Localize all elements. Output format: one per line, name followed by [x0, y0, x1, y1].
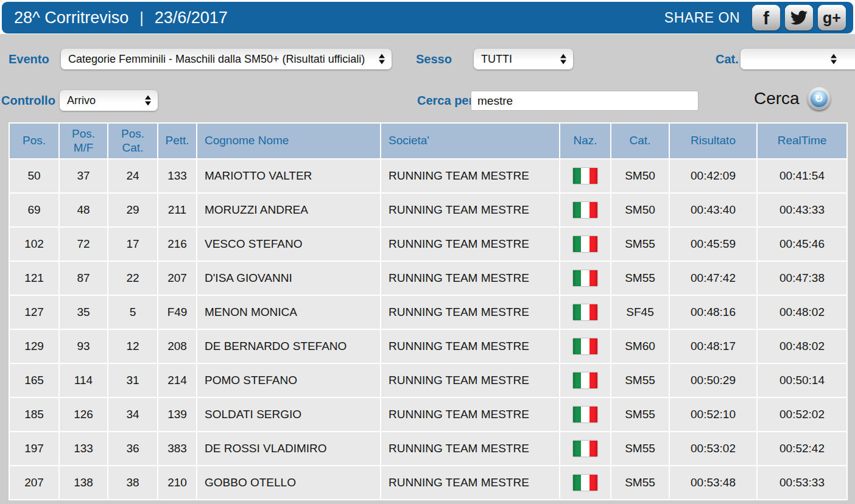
pos-cat-cell: 36	[108, 432, 157, 465]
italy-flag-icon	[573, 475, 597, 491]
pos-cell: 102	[10, 228, 58, 261]
sesso-selected-value: TUTTI	[481, 53, 512, 66]
col-header-naz: Naz.	[560, 124, 610, 158]
cat-cell: SM55	[611, 466, 669, 499]
pos-cell: 185	[10, 398, 58, 431]
cognome-nome-cell: VESCO STEFANO	[197, 228, 380, 261]
pos-cat-cell: 22	[108, 262, 157, 295]
pos-mf-cell: 133	[60, 432, 107, 465]
italy-flag-icon	[573, 407, 597, 422]
cat-select[interactable]	[741, 49, 855, 69]
evento-select[interactable]: Categorie Femminili - Maschili dalla SM5…	[61, 49, 392, 69]
google-plus-share-button[interactable]: g+	[818, 5, 846, 30]
results-header-row: Pos. Pos. M/F Pos. Cat. Pett. Cognome No…	[10, 124, 846, 158]
pos-cell: 121	[10, 262, 58, 295]
risultato-cell: 00:48:17	[670, 330, 756, 363]
risultato-cell: 00:48:16	[670, 296, 756, 329]
cerca-button[interactable]: Cerca ↻	[754, 86, 831, 111]
share-on-label: SHARE ON	[664, 10, 740, 26]
table-row: 69 48 29 211 MORUZZI ANDREA RUNNING TEAM…	[10, 194, 846, 226]
pett-cell: 210	[158, 466, 196, 499]
pett-cell: 208	[158, 330, 196, 363]
realtime-cell: 00:45:46	[758, 228, 846, 261]
risultato-cell: 00:45:59	[670, 228, 756, 261]
select-spinner-icon	[379, 54, 385, 65]
twitter-icon	[790, 9, 807, 26]
realtime-cell: 00:48:02	[758, 296, 846, 329]
cognome-nome-cell: D'ISA GIOVANNI	[197, 262, 380, 295]
cat-cell: SM55	[611, 262, 669, 295]
italy-flag-icon	[573, 338, 597, 354]
col-header-cognome-nome: Cognome Nome	[197, 124, 380, 158]
cat-cell: SM55	[611, 228, 669, 261]
cognome-nome-cell: DE BERNARDO STEFANO	[197, 330, 380, 363]
naz-cell	[560, 228, 610, 261]
pos-mf-cell: 126	[60, 398, 107, 431]
pos-cat-cell: 17	[108, 228, 157, 261]
realtime-cell: 00:41:54	[758, 159, 846, 192]
search-input[interactable]	[471, 91, 698, 111]
pos-cell: 50	[10, 159, 58, 192]
pos-mf-cell: 37	[60, 159, 107, 192]
select-spinner-icon	[145, 96, 151, 106]
societa-cell: RUNNING TEAM MESTRE	[381, 364, 559, 397]
pos-cell: 127	[10, 296, 58, 329]
realtime-cell: 00:53:33	[758, 466, 846, 499]
twitter-share-button[interactable]	[785, 5, 813, 30]
event-header-bar: 28^ Corritreviso | 23/6/2017 SHARE ON f …	[2, 2, 853, 33]
realtime-cell: 00:47:38	[758, 262, 846, 295]
societa-cell: RUNNING TEAM MESTRE	[381, 228, 559, 261]
sesso-label: Sesso	[416, 49, 452, 69]
naz-cell	[560, 194, 610, 226]
societa-cell: RUNNING TEAM MESTRE	[381, 398, 559, 431]
societa-cell: RUNNING TEAM MESTRE	[381, 330, 559, 363]
pos-cell: 197	[10, 432, 58, 465]
social-buttons: f g+	[752, 5, 846, 30]
controllo-select[interactable]: Arrivo	[60, 90, 158, 111]
pos-cat-cell: 5	[108, 296, 157, 329]
cat-cell: SM55	[611, 398, 669, 431]
naz-cell	[560, 466, 610, 499]
pos-mf-cell: 48	[60, 194, 107, 226]
title-divider: |	[139, 9, 144, 27]
facebook-share-button[interactable]: f	[752, 5, 780, 30]
realtime-cell: 00:50:14	[758, 364, 846, 397]
societa-cell: RUNNING TEAM MESTRE	[381, 194, 559, 226]
cat-cell: SM55	[611, 364, 669, 397]
col-header-pos: Pos.	[10, 124, 58, 158]
pos-cat-cell: 38	[108, 466, 157, 499]
sesso-select[interactable]: TUTTI	[474, 49, 573, 69]
event-title-group: 28^ Corritreviso | 23/6/2017	[14, 9, 228, 27]
table-row: 102 72 17 216 VESCO STEFANO RUNNING TEAM…	[10, 228, 846, 261]
cognome-nome-cell: MENON MONICA	[197, 296, 380, 329]
naz-cell	[560, 432, 610, 465]
col-header-pos-mf: Pos. M/F	[60, 124, 107, 158]
pett-cell: 216	[158, 228, 196, 261]
page-title: 28^ Corritreviso	[14, 9, 128, 27]
naz-cell	[560, 364, 610, 397]
table-row: 185 126 34 139 SOLDATI SERGIO RUNNING TE…	[10, 398, 846, 431]
table-row: 129 93 12 208 DE BERNARDO STEFANO RUNNIN…	[10, 330, 846, 363]
cerca-button-label: Cerca	[754, 89, 800, 108]
pos-cell: 207	[10, 466, 58, 499]
risultato-cell: 00:52:10	[670, 398, 756, 431]
societa-cell: RUNNING TEAM MESTRE	[381, 296, 559, 329]
italy-flag-icon	[573, 168, 597, 184]
risultato-cell: 00:53:02	[670, 432, 756, 465]
refresh-orb-icon: ↻	[807, 87, 831, 110]
cerca-per-label: Cerca per	[417, 90, 473, 111]
cat-cell: SM50	[611, 159, 669, 192]
event-date: 23/6/2017	[155, 9, 228, 27]
col-header-realtime: RealTime	[758, 124, 846, 158]
naz-cell	[560, 398, 610, 431]
italy-flag-icon	[573, 304, 597, 320]
results-body: 50 37 24 133 MARIOTTO VALTER RUNNING TEA…	[10, 159, 846, 499]
italy-flag-icon	[573, 236, 597, 252]
col-header-pos-cat: Pos. Cat.	[108, 124, 157, 158]
google-plus-icon: g+	[823, 10, 841, 26]
table-row: 197 133 36 383 DE ROSSI VLADIMIRO RUNNIN…	[10, 432, 846, 465]
pett-cell: 139	[158, 398, 196, 431]
pett-cell: 383	[158, 432, 196, 465]
pos-mf-cell: 93	[60, 330, 107, 363]
realtime-cell: 00:43:33	[758, 194, 846, 226]
